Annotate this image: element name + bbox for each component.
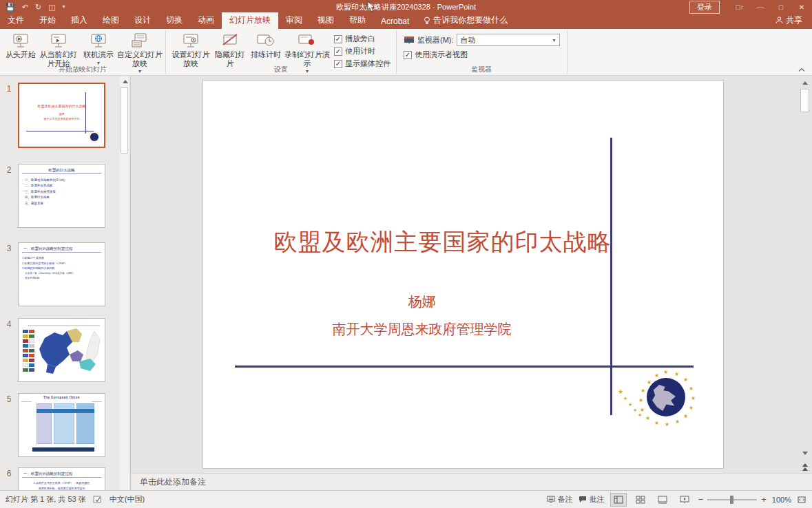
setup-checkboxes: ✓ 播放旁白 ✓ 使用计时 ✓ 显示媒体控件 <box>330 31 393 69</box>
comments-toggle-label: 批注 <box>590 494 605 505</box>
mini-list-item: 四、欧盟印太战略 <box>19 195 105 201</box>
play-narrations-label: 播放旁白 <box>345 34 375 44</box>
tab-slideshow[interactable]: 幻灯片放映 <box>222 12 278 29</box>
tab-transitions[interactable]: 切换 <box>158 12 190 29</box>
record-slideshow-icon <box>298 32 317 49</box>
reading-view-button[interactable] <box>654 493 671 507</box>
from-beginning-button[interactable]: 从头开始 <box>4 31 37 59</box>
slide-author[interactable]: 杨娜 <box>244 293 599 311</box>
ribbon: 从头开始 从当前幻灯片开始 联机演示 ▾ 自定义幻灯片放映 ▾ <box>0 29 812 76</box>
group-label-start-slideshow: 开始放映幻灯片 <box>0 65 165 74</box>
tab-help[interactable]: 帮助 <box>342 12 373 29</box>
slide-scrollbar[interactable] <box>800 78 810 489</box>
zoom-in-icon[interactable]: + <box>761 494 767 505</box>
mini-title: The European Union <box>19 394 105 399</box>
notes-pane[interactable]: 单击此处添加备注 <box>132 473 812 490</box>
use-timings-checkbox[interactable]: ✓ 使用计时 <box>334 46 391 56</box>
slide-canvas[interactable]: 欧盟及欧洲主要国家的印太战略 杨娜 南开大学周恩来政府管理学院 ★ ★ ★ ★ … <box>202 80 724 469</box>
slide-thumbnail-1[interactable]: 欧盟及欧洲主要国家的印太战略 杨娜 南开大学周恩来政府管理学院 <box>18 83 105 148</box>
ribbon-group-setup: 设置幻灯片放映 隐藏幻灯片 排练计时 录制幻灯片演示 ▾ <box>166 29 396 75</box>
present-online-button[interactable]: 联机演示 ▾ <box>80 31 117 66</box>
mini-eu-logo <box>90 133 98 141</box>
tell-me-box[interactable]: 告诉我你想要做什么 <box>417 12 514 29</box>
ribbon-group-monitors: 监视器(M): 自动 ▾ ✓ 使用演示者视图 监视器 <box>397 29 567 75</box>
collapse-ribbon-icon[interactable] <box>798 67 805 72</box>
slide-thumbnail-4[interactable] <box>18 318 105 382</box>
notes-icon <box>547 496 555 503</box>
mini-list-item: · 政策协调机制 <box>19 276 105 281</box>
zoom-slider-thumb[interactable] <box>730 496 733 504</box>
slide-number: 6 <box>0 467 18 490</box>
spell-check-icon[interactable] <box>93 496 103 504</box>
tab-view[interactable]: 视图 <box>310 12 342 29</box>
monitor-select-dropdown-icon: ▾ <box>553 37 556 43</box>
mini-affiliation: 南开大学周恩来政府管理学院 <box>19 116 104 121</box>
slide-number: 5 <box>0 393 18 457</box>
tab-insert[interactable]: 插入 <box>63 12 95 29</box>
mini-title: 欧盟及欧洲主要国家的印太战略 <box>19 84 104 109</box>
slideshow-view-button[interactable] <box>676 493 693 507</box>
group-label-setup: 设置 <box>166 65 396 74</box>
slide-title[interactable]: 欧盟及欧洲主要国家的印太战略 <box>244 226 641 258</box>
tab-animations[interactable]: 动画 <box>190 12 222 29</box>
tab-acrobat[interactable]: Acrobat <box>373 14 417 29</box>
mini-list-item: · 从全体一致（Unanimity）到有效多数（QMV） <box>19 271 105 276</box>
decorative-horizontal-line <box>235 366 694 368</box>
mini-list-item: 2 欧盟共同外交与安全政策（CFSP） <box>19 261 105 266</box>
slide-thumbnail-6[interactable]: 一、欧盟对外战略的制定过程 1 共同外交与安全政策（CFSP）：政府间属性 强调… <box>18 467 105 490</box>
tab-home[interactable]: 开始 <box>32 12 63 29</box>
present-online-label: 联机演示 <box>83 50 114 59</box>
slide-number: 1 <box>0 83 18 148</box>
scroll-thumb[interactable] <box>800 89 809 112</box>
notes-toggle[interactable]: 备注 <box>547 494 573 505</box>
previous-slide-button[interactable] <box>800 462 810 472</box>
thumbnail-scroll-up-icon[interactable] <box>120 76 130 87</box>
tab-file[interactable]: 文件 <box>0 12 32 29</box>
status-bar: 幻灯片 第 1 张, 共 53 张 中文(中国) 备注 批注 <box>0 490 812 508</box>
use-presenter-view-checkbox[interactable]: ✓ 使用演示者视图 <box>404 50 560 60</box>
slide-sorter-view-button[interactable] <box>632 493 649 507</box>
zoom-slider-track[interactable] <box>707 499 757 500</box>
checkbox-checked-icon: ✓ <box>334 35 342 43</box>
rehearse-timings-button[interactable]: 排练计时 <box>247 31 284 59</box>
mini-list-item: 3 欧盟对外战略的决策机制 <box>19 266 105 271</box>
hide-slide-button[interactable]: 隐藏幻灯片 <box>213 31 247 67</box>
comments-toggle[interactable]: 批注 <box>579 494 605 505</box>
monitor-select[interactable]: 自动 ▾ <box>457 34 560 46</box>
lightbulb-icon <box>424 17 430 25</box>
share-button[interactable]: 共享 <box>766 12 812 29</box>
from-current-slide-button[interactable]: 从当前幻灯片开始 <box>37 31 80 67</box>
thumbnail-scroll-thumb[interactable] <box>121 87 128 154</box>
ribbon-separator <box>567 30 568 74</box>
mini-author: 杨娜 <box>19 109 104 116</box>
scroll-down-icon[interactable] <box>800 448 810 458</box>
mini-list-item: 1 共同外交与安全政策（CFSP）：政府间属性 <box>19 480 105 486</box>
custom-slideshow-icon <box>131 32 149 49</box>
group-label-monitors: 监视器 <box>397 65 567 74</box>
use-timings-label: 使用计时 <box>345 46 375 56</box>
thumbnail-scrollbar[interactable] <box>120 76 129 490</box>
tab-review[interactable]: 审阅 <box>278 12 310 29</box>
tab-draw[interactable]: 绘图 <box>95 12 127 29</box>
ribbon-group-start-slideshow: 从头开始 从当前幻灯片开始 联机演示 ▾ 自定义幻灯片放映 ▾ <box>0 29 165 75</box>
slide-thumbnail-2[interactable]: 欧盟的印太战略 一、欧盟对外战略的制定过程 二、欧盟的东亚战略 三、欧盟的东南亚… <box>18 164 105 228</box>
language-indicator[interactable]: 中文(中国) <box>110 494 145 505</box>
tab-design[interactable]: 设计 <box>127 12 158 29</box>
slide-thumbnail-5[interactable]: The European Union <box>18 393 105 457</box>
zoom-out-icon[interactable]: − <box>698 494 704 505</box>
slide-counter[interactable]: 幻灯片 第 1 张, 共 53 张 <box>6 494 86 505</box>
tell-me-label: 告诉我你想要做什么 <box>433 14 508 26</box>
zoom-percentage[interactable]: 100% <box>772 496 791 504</box>
zoom-control: − + <box>698 494 767 505</box>
slide-thumbnail-3[interactable]: 一、欧盟对外战略的制定过程 1 欧盟27个成员国 2 欧盟共同外交与安全政策（C… <box>18 242 105 306</box>
normal-view-button[interactable] <box>610 493 627 507</box>
notes-placeholder: 单击此处添加备注 <box>140 476 206 488</box>
slide-affiliation[interactable]: 南开大学周恩来政府管理学院 <box>244 320 599 339</box>
powerpoint-window: 💾 ↶ ↻ ◫ ▾ 欧盟印太战略讲座20240328 - PowerPoint … <box>0 0 812 508</box>
fit-to-window-icon[interactable] <box>797 496 806 504</box>
play-from-current-icon <box>50 32 67 49</box>
play-narrations-checkbox[interactable]: ✓ 播放旁白 <box>334 34 391 44</box>
setup-slideshow-icon <box>182 32 200 49</box>
setup-slideshow-button[interactable]: 设置幻灯片放映 <box>169 31 213 67</box>
scroll-up-icon[interactable] <box>800 78 810 88</box>
